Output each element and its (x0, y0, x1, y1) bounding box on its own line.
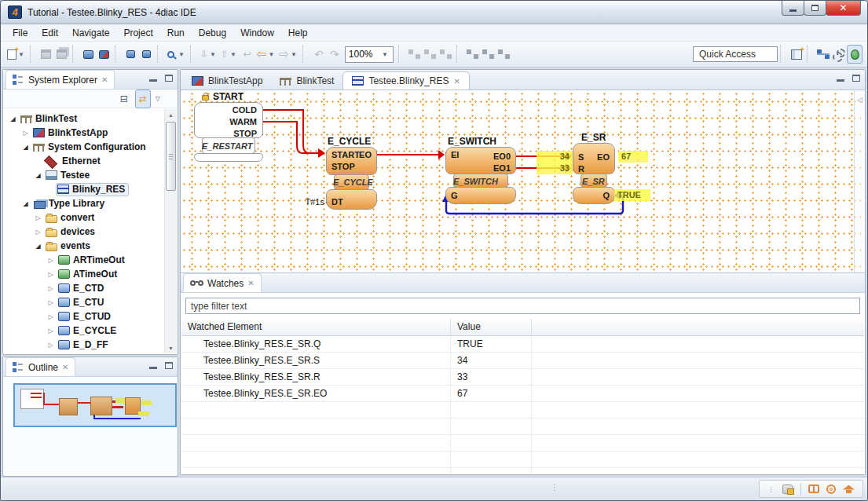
distribute-h-button[interactable] (465, 45, 481, 64)
new-wizard-button[interactable]: ▼ (5, 45, 27, 64)
close-button[interactable]: ✕ (826, 1, 861, 16)
tree-item-testee[interactable]: ◢Testee (4, 168, 163, 182)
tree-item-e-d-ff[interactable]: ▷E_D_FF (4, 338, 163, 352)
table-row[interactable]: Testee.Blinky_RES.E_SR.S 34 (181, 353, 864, 369)
table-row[interactable]: Testee.Blinky_RES.E_SR.Q TRUE (181, 336, 864, 353)
filter-input[interactable] (185, 298, 860, 314)
open-perspective-button[interactable] (789, 45, 804, 64)
forward-button[interactable]: ⇨▼ (277, 45, 300, 64)
expander-icon[interactable]: ◢ (9, 115, 17, 123)
debug-perspective-button[interactable] (847, 45, 863, 64)
undo-button[interactable]: ↶ (311, 45, 327, 64)
import-button[interactable]: ⇩▼ (199, 45, 219, 64)
tree-item-blinktest[interactable]: ◢BlinkTest (4, 112, 163, 126)
tree-item-e-ctud[interactable]: ▷E_CTUD (4, 309, 163, 324)
upload-button[interactable] (139, 45, 155, 64)
tree-item-system-configuration[interactable]: ◢System Configuration (4, 140, 163, 154)
menu-project[interactable]: Project (116, 26, 159, 40)
column-watched-element[interactable]: Watched Element (181, 319, 451, 335)
save-button[interactable] (38, 45, 54, 64)
outline-tab[interactable]: Outline ✕ (5, 357, 75, 376)
pin-ei[interactable]: EI (451, 149, 459, 160)
watch-badge-s[interactable]: 34 (537, 151, 573, 163)
watch-badge-r[interactable]: 33 (537, 163, 573, 174)
tree-item-atimeout[interactable]: ▷ATimeOut (4, 267, 163, 281)
collapse-all-button[interactable]: ⊟ (116, 90, 132, 108)
palette-expand-button[interactable]: ◁ (855, 93, 864, 106)
medal-icon[interactable] (826, 485, 836, 494)
scrollbar-thumb[interactable] (166, 122, 176, 191)
expander-icon[interactable]: ◢ (21, 144, 30, 151)
layout-right-button[interactable] (438, 45, 454, 64)
menu-run[interactable]: Run (160, 26, 192, 40)
fb-network-canvas[interactable]: START COLD WARM STOP E_RESTART E_CYCLE S (181, 90, 865, 272)
scroll-down-icon[interactable]: ▼ (165, 342, 177, 353)
distribute-v-button[interactable] (481, 45, 496, 64)
zoom-combo[interactable]: 100% ▼ (345, 46, 394, 63)
menu-help[interactable]: Help (281, 26, 315, 40)
tree-item-blinktestapp[interactable]: ▷BlinkTestApp (4, 126, 163, 140)
maximize-button[interactable] (804, 1, 826, 16)
tree-item-events[interactable]: ◢events (4, 239, 163, 253)
expander-icon[interactable]: ◢ (21, 200, 30, 207)
back-button[interactable]: ⇦▼ (255, 45, 278, 64)
tutorial-book-icon[interactable] (808, 485, 819, 493)
layout-left-button[interactable] (407, 45, 423, 64)
expander-icon[interactable]: ▷ (46, 327, 55, 335)
close-icon[interactable]: ✕ (453, 77, 460, 86)
tree-item-e-ctd[interactable]: ▷E_CTD (4, 281, 163, 295)
tree-item-convert[interactable]: ▷convert (4, 210, 163, 225)
expander-icon[interactable]: ▷ (46, 257, 55, 264)
maximize-view-icon[interactable] (165, 75, 173, 82)
download-button[interactable] (123, 45, 139, 64)
expander-icon[interactable]: ▷ (34, 229, 42, 236)
table-row[interactable]: Testee.Blinky_RES.E_SR.EO 67 (181, 386, 864, 402)
table-row[interactable]: Testee.Blinky_RES.E_SR.R 33 (181, 369, 864, 386)
maximize-view-icon[interactable] (165, 362, 173, 369)
expander-icon[interactable]: ◢ (34, 172, 42, 179)
expander-icon[interactable]: ▷ (46, 299, 55, 306)
pin-eo[interactable]: EO (355, 149, 372, 160)
pin-stop-in[interactable]: STOP (331, 161, 355, 172)
deployment-perspective-button[interactable] (831, 45, 847, 64)
outline-minimap[interactable] (13, 383, 177, 427)
pin-cold[interactable]: COLD (194, 104, 257, 115)
save-all-button[interactable] (54, 45, 70, 64)
hand-lock-icon[interactable] (782, 485, 793, 494)
tab-blinktestapp[interactable]: BlinkTestApp (183, 71, 271, 90)
menu-edit[interactable]: Edit (35, 26, 65, 40)
tree-item-blinky-res[interactable]: Blinky_RES (4, 182, 163, 196)
expander-icon[interactable]: ▷ (46, 285, 55, 292)
tab-testee-blinky-res[interactable]: Testee.Blinky_RES ✕ (342, 71, 469, 90)
menu-navigate[interactable]: Navigate (65, 26, 116, 40)
scroll-up-icon[interactable]: ▲ (165, 109, 177, 120)
system-perspective-button[interactable] (815, 45, 831, 64)
watch-badge-eo[interactable]: 67 (618, 151, 648, 163)
tree-item-type-library[interactable]: ◢Type Library (4, 196, 163, 210)
expander-icon[interactable]: ▷ (46, 271, 55, 278)
layout-top-button[interactable] (423, 45, 438, 64)
expander-icon[interactable]: ◢ (34, 243, 42, 250)
close-icon[interactable]: ✕ (247, 279, 254, 287)
pin-eo1[interactable]: EO1 (483, 163, 511, 174)
graduation-cap-icon[interactable] (843, 485, 855, 493)
watches-tab[interactable]: Watches ✕ (183, 273, 262, 292)
pin-eo-sr[interactable]: EO (586, 152, 610, 163)
tree-item-ethernet[interactable]: Ethernet (4, 154, 163, 168)
redo-button[interactable]: ↷ (327, 45, 342, 64)
close-icon[interactable]: ✕ (62, 363, 68, 371)
pin-warm[interactable]: WARM (194, 116, 257, 127)
close-icon[interactable]: ✕ (101, 75, 108, 84)
pin-dt[interactable]: DT (331, 196, 343, 207)
export-button[interactable]: ⇧▼ (219, 45, 240, 64)
menu-debug[interactable]: Debug (192, 26, 233, 40)
tree-item-artimeout[interactable]: ▷ARTimeOut (4, 253, 163, 267)
menu-file[interactable]: File (5, 26, 35, 40)
explorer-scrollbar[interactable]: ▲ ▼ (164, 109, 177, 353)
last-edit-location-button[interactable]: ↩ (240, 45, 255, 64)
new-application-button[interactable] (97, 45, 112, 64)
system-explorer-tab[interactable]: System Explorer ✕ (5, 70, 115, 89)
expander-icon[interactable]: ▷ (46, 342, 55, 349)
expander-icon[interactable]: ▷ (21, 130, 30, 137)
menu-window[interactable]: Window (233, 26, 281, 40)
